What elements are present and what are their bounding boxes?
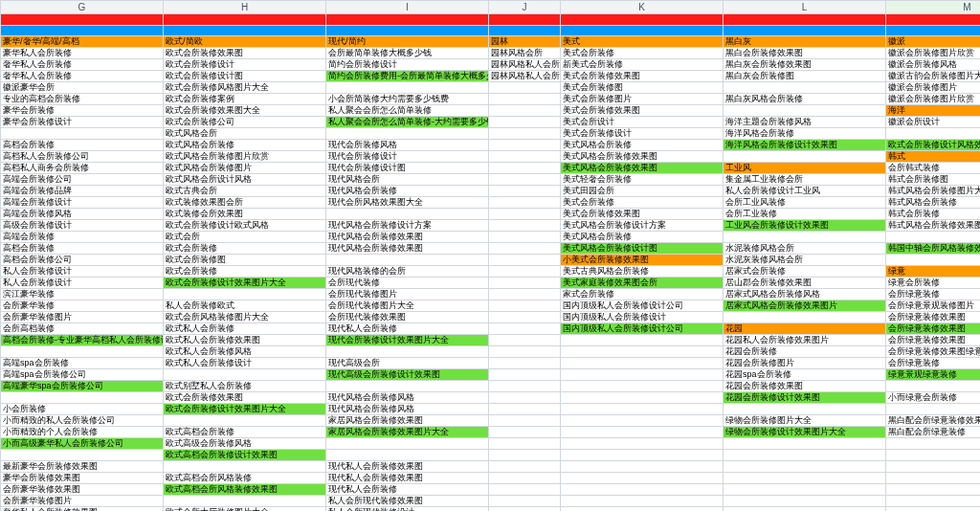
cell[interactable]: 黑白配会所绿意装修 [886, 427, 981, 438]
cell[interactable]: 会所韩式装修 [886, 163, 981, 174]
cell[interactable] [886, 507, 981, 512]
cell[interactable]: 欧式私人会所装修 [164, 323, 326, 335]
cell[interactable]: 美式风格会所装修效果图 [561, 151, 724, 163]
cell[interactable] [886, 450, 981, 461]
cell[interactable]: 私人会所现代装修效果图 [326, 496, 489, 507]
cell[interactable]: 会所现代装修图片 [326, 289, 489, 300]
cell[interactable] [326, 381, 489, 392]
cell[interactable] [326, 82, 489, 94]
cell[interactable] [326, 438, 489, 450]
cell[interactable]: 园林风格私人会所装修 [489, 71, 561, 82]
cell[interactable] [489, 461, 561, 473]
cell[interactable]: 高端会所装修公司 [1, 174, 164, 186]
cell[interactable]: 徽派豪华会所 [1, 82, 164, 94]
cell[interactable]: 水泥灰装修风格会所 [724, 255, 886, 266]
cell[interactable]: 会所豪华装修 [1, 300, 164, 312]
cell[interactable] [164, 25, 326, 36]
cell[interactable] [164, 14, 326, 26]
cell[interactable] [561, 473, 724, 484]
cell[interactable]: 现代私人会所装修效果图 [326, 473, 489, 484]
cell[interactable]: 美式风格会所装修设计方案 [561, 220, 724, 232]
cell[interactable]: 小而绿意会所装修 [886, 392, 981, 404]
cell[interactable] [886, 473, 981, 484]
cell[interactable]: 美式会所装修 [561, 48, 724, 59]
cell[interactable] [561, 14, 724, 26]
cell[interactable] [489, 266, 561, 278]
cell[interactable] [489, 415, 561, 427]
cell[interactable]: 黑白灰会所装修图 [724, 71, 886, 82]
cell[interactable] [489, 484, 561, 496]
cell[interactable]: 会所工业风装修 [724, 197, 886, 209]
cell[interactable] [489, 255, 561, 266]
cell[interactable] [326, 346, 489, 358]
cell[interactable]: 会所高档装修 [1, 323, 164, 335]
cell[interactable]: 美式会所装修图 [561, 82, 724, 94]
cell[interactable]: 小会所简装修大约需要多少钱费 [326, 94, 489, 105]
cell[interactable]: 欧式会所装修设计欧式风格 [164, 220, 326, 232]
cell[interactable]: 现代会所装修风格 [326, 140, 489, 151]
cell[interactable] [724, 105, 886, 117]
cell[interactable] [561, 346, 724, 358]
cell[interactable]: 豪华会所装修设计 [1, 117, 164, 128]
cell[interactable]: 豪华会所装修效果图 [1, 473, 164, 484]
cell[interactable]: 现代会所装修设计图 [326, 163, 489, 174]
cell[interactable]: 私人聚会会所怎么简单装修-大约需要多少钱费 [326, 117, 489, 128]
cell[interactable] [326, 255, 489, 266]
cell[interactable]: 欧式会所装修设计图 [164, 71, 326, 82]
cell[interactable]: 私人会所装修设计工业风 [724, 186, 886, 197]
cell[interactable]: 小美式会所装修效果图 [561, 255, 724, 266]
cell[interactable]: 家式会所装修 [561, 289, 724, 300]
cell[interactable]: 美式会所装修效果图 [561, 105, 724, 117]
cell[interactable] [489, 369, 561, 381]
col-header-J[interactable]: J [489, 1, 561, 14]
cell[interactable]: 现代高级会所装修设计效果图 [326, 369, 489, 381]
cell[interactable] [489, 82, 561, 94]
cell[interactable]: 家居风格会所装修效果图片大全 [326, 427, 489, 438]
cell[interactable]: 欧式会所装修设计风格效果图片大全 [886, 140, 981, 151]
cell[interactable]: 现代风格会所装修设计方案 [326, 220, 489, 232]
cell[interactable] [561, 335, 724, 346]
cell[interactable]: 高档私人会所装修公司 [1, 151, 164, 163]
cell[interactable]: 绿物会所装修图片大全 [724, 415, 886, 427]
cell[interactable]: 美式会所装修设计 [561, 128, 724, 140]
cell[interactable]: 欧式高档会所装修 [164, 427, 326, 438]
cell[interactable]: 现代风格装修的会所 [326, 266, 489, 278]
cell[interactable] [489, 209, 561, 220]
cell[interactable]: 欧式会所装修效果图 [164, 48, 326, 59]
cell[interactable] [886, 232, 981, 243]
cell[interactable]: 黑白灰会所装修效果图 [724, 59, 886, 71]
cell[interactable] [489, 105, 561, 117]
cell[interactable]: 欧式会所装修设计效果图片大全 [164, 404, 326, 415]
cell[interactable]: 高端会所装修设计 [1, 197, 164, 209]
cell[interactable] [886, 438, 981, 450]
cell[interactable] [326, 25, 489, 36]
col-header-M[interactable]: M [886, 1, 981, 14]
cell[interactable]: 欧式会所装修 [164, 243, 326, 255]
cell[interactable]: 欧式会所 [164, 232, 326, 243]
cell[interactable] [724, 450, 886, 461]
cell[interactable]: 美式会所装修效果图 [561, 71, 724, 82]
cell[interactable] [164, 415, 326, 427]
cell[interactable]: 高端spa会所装修 [1, 358, 164, 369]
cell[interactable] [561, 507, 724, 512]
cell[interactable] [886, 255, 981, 266]
cell[interactable] [489, 427, 561, 438]
cell[interactable]: 黑白灰风格会所装修 [724, 94, 886, 105]
cell[interactable] [561, 484, 724, 496]
cell[interactable]: 徽派古韵会所装修图片大全 [886, 71, 981, 82]
cell[interactable] [489, 197, 561, 209]
cell[interactable]: 小而精致的个人会所装修 [1, 427, 164, 438]
cell[interactable]: 高端spa会所装修公司 [1, 369, 164, 381]
cell[interactable]: 现代风格会所 [326, 174, 489, 186]
cell[interactable] [489, 117, 561, 128]
cell[interactable] [489, 278, 561, 289]
cell[interactable] [489, 25, 561, 36]
cell[interactable] [1, 14, 164, 26]
col-header-K[interactable]: K [561, 1, 724, 14]
col-header-G[interactable]: G [1, 1, 164, 14]
cell[interactable] [489, 404, 561, 415]
cell[interactable]: 欧式会所装修设计效果图片大全 [164, 278, 326, 289]
cell[interactable]: 欧式风格会所装修 [164, 140, 326, 151]
cell[interactable] [724, 312, 886, 323]
cell[interactable] [489, 151, 561, 163]
